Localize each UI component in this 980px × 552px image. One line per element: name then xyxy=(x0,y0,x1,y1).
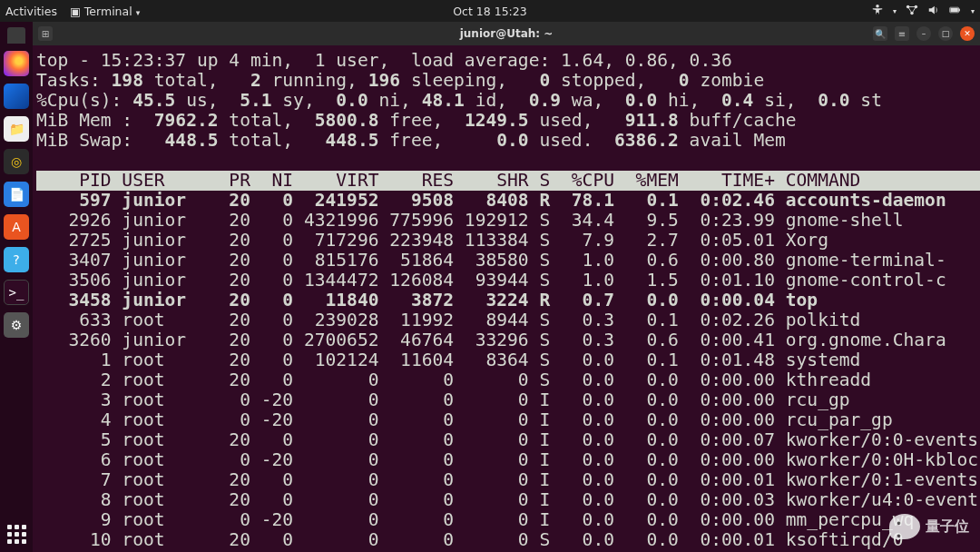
terminal-dock-icon[interactable]: >_ xyxy=(4,280,29,305)
ubuntu-dock: 📁 ◎ 📄 A ? >_ ⚙ xyxy=(0,22,33,552)
show-applications-icon[interactable] xyxy=(5,522,29,547)
terminal-window: ⊞ junior@Utah: ~ 🔍 ≡ – □ ✕ top - 15:23:3… xyxy=(33,22,980,552)
settings-icon[interactable]: ⚙ xyxy=(4,312,29,338)
accessibility-icon[interactable] xyxy=(871,4,884,19)
ubuntu-software-icon[interactable]: A xyxy=(4,214,29,240)
clock[interactable]: Oct 18 15:23 xyxy=(453,5,527,18)
terminal-mini-icon: ▣ xyxy=(70,5,84,18)
window-title: junior@Utah: ~ xyxy=(460,27,554,40)
vpn-icon[interactable]: ▾ xyxy=(893,7,897,15)
app-menu[interactable]: ▣ Terminal xyxy=(70,5,140,18)
hamburger-menu-icon[interactable]: ≡ xyxy=(895,26,909,41)
gnome-topbar: Activities ▣ Terminal Oct 18 15:23 ▾ ▾ xyxy=(0,0,980,22)
watermark: 量子位 xyxy=(889,514,969,539)
rhythmbox-icon[interactable]: ◎ xyxy=(4,149,29,174)
svg-point-0 xyxy=(876,4,879,7)
thunderbird-icon[interactable] xyxy=(4,84,29,109)
minimize-button[interactable]: – xyxy=(916,26,931,41)
maximize-button[interactable]: □ xyxy=(938,26,953,41)
titlebar: ⊞ junior@Utah: ~ 🔍 ≡ – □ ✕ xyxy=(33,22,980,45)
search-button[interactable]: 🔍 xyxy=(873,26,887,41)
battery-icon[interactable] xyxy=(949,4,962,19)
dock-tab-handle[interactable] xyxy=(7,27,25,44)
libreoffice-writer-icon[interactable]: 📄 xyxy=(4,182,29,207)
svg-rect-6 xyxy=(950,7,957,11)
svg-rect-5 xyxy=(958,8,959,11)
firefox-icon[interactable] xyxy=(4,51,29,76)
terminal-output[interactable]: top - 15:23:37 up 4 min, 1 user, load av… xyxy=(33,45,980,552)
close-button[interactable]: ✕ xyxy=(960,26,975,41)
activities-button[interactable]: Activities xyxy=(5,5,57,18)
volume-icon[interactable] xyxy=(927,4,940,19)
system-menu-chevron-icon[interactable]: ▾ xyxy=(971,7,975,15)
help-icon[interactable]: ? xyxy=(4,247,29,272)
chat-bubble-icon xyxy=(889,514,920,539)
network-icon[interactable] xyxy=(906,4,918,19)
new-tab-button[interactable]: ⊞ xyxy=(38,26,53,41)
files-icon[interactable]: 📁 xyxy=(4,116,29,142)
